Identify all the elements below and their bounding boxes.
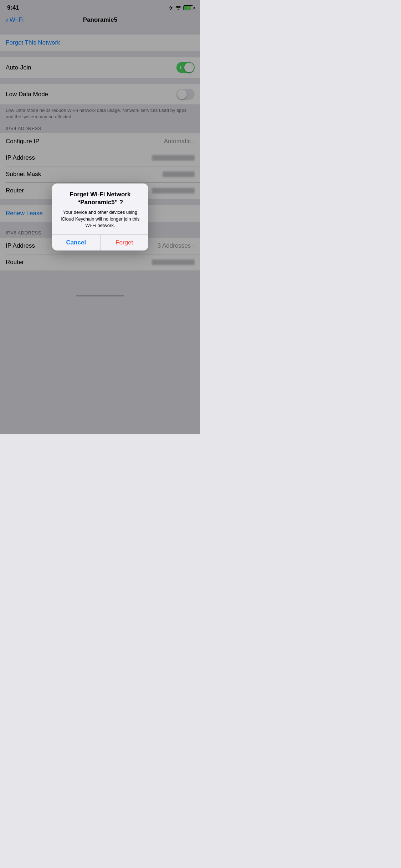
alert-overlay: Forget Wi-Fi Network “Panoramic5” ? Your… [0, 0, 200, 434]
forget-button[interactable]: Forget [100, 235, 149, 250]
alert-dialog: Forget Wi-Fi Network “Panoramic5” ? Your… [52, 184, 148, 250]
alert-title: Forget Wi-Fi Network “Panoramic5” ? [58, 191, 143, 206]
alert-content: Forget Wi-Fi Network “Panoramic5” ? Your… [52, 184, 148, 234]
alert-buttons: Cancel Forget [52, 234, 148, 250]
alert-message: Your device and other devices using iClo… [58, 209, 143, 229]
cancel-button[interactable]: Cancel [52, 235, 100, 250]
